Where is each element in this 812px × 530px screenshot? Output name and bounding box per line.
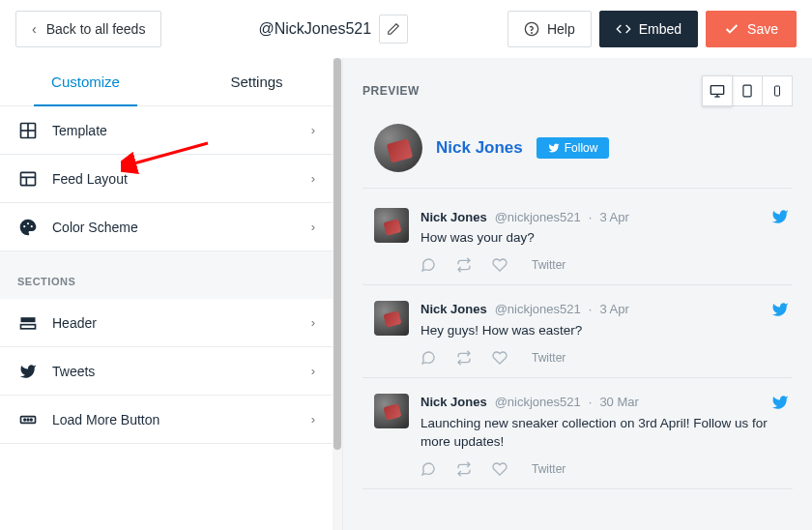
- tweet-author-handle[interactable]: @nickjones521: [495, 395, 581, 409]
- save-button[interactable]: Save: [706, 11, 797, 47]
- tweet-source[interactable]: Twitter: [532, 462, 566, 476]
- preview-label: PREVIEW: [362, 84, 420, 98]
- retweet-icon[interactable]: [455, 350, 473, 366]
- mobile-icon: [771, 84, 783, 98]
- twitter-bird-icon[interactable]: [771, 208, 789, 225]
- tweet-head: Nick Jones @nickjones521 · 30 Mar: [420, 394, 789, 411]
- svg-rect-11: [21, 317, 36, 322]
- menu-tweets-label: Tweets: [52, 364, 95, 379]
- reply-icon[interactable]: [420, 257, 436, 273]
- menu-template-label: Template: [52, 123, 107, 138]
- tab-settings[interactable]: Settings: [171, 58, 342, 105]
- tweet-text: Hey guys! How was easter?: [420, 322, 789, 340]
- menu-header[interactable]: Header ›: [0, 299, 342, 347]
- tweet-actions: Twitter: [420, 350, 789, 366]
- chevron-right-icon: ›: [311, 171, 315, 186]
- reply-icon[interactable]: [420, 350, 436, 366]
- help-icon: [524, 21, 539, 37]
- tweet-actions: Twitter: [420, 461, 789, 477]
- twitter-bird-icon[interactable]: [771, 301, 789, 318]
- help-button[interactable]: Help: [508, 11, 592, 47]
- tweet-author-handle[interactable]: @nickjones521: [495, 302, 581, 316]
- tweet-date: 30 Mar: [599, 395, 638, 409]
- svg-point-8: [23, 225, 25, 227]
- embed-button[interactable]: Embed: [599, 11, 698, 47]
- profile-avatar: [374, 124, 422, 172]
- tweet-author-name[interactable]: Nick Jones: [420, 302, 487, 316]
- menu-tweets[interactable]: Tweets ›: [0, 347, 342, 396]
- tweet-body: Nick Jones @nickjones521 · 3 Apr How was…: [420, 208, 789, 273]
- menu-color-scheme[interactable]: Color Scheme ›: [0, 203, 342, 251]
- device-tablet-button[interactable]: [732, 75, 763, 106]
- tweet-author-handle[interactable]: @nickjones521: [495, 210, 581, 224]
- reply-icon[interactable]: [420, 461, 436, 477]
- back-label: Back to all feeds: [46, 21, 146, 37]
- follow-label: Follow: [565, 141, 598, 155]
- embed-label: Embed: [639, 21, 682, 37]
- separator-dot: ·: [589, 210, 593, 224]
- top-bar: ‹ Back to all feeds @NickJones521 Help E…: [0, 0, 812, 58]
- like-icon[interactable]: [492, 350, 508, 366]
- save-label: Save: [747, 21, 778, 37]
- svg-point-10: [31, 225, 33, 227]
- feed-profile-header: Nick Jones Follow: [362, 124, 793, 189]
- template-icon: [17, 120, 39, 141]
- check-icon: [724, 21, 740, 37]
- pencil-icon: [387, 22, 400, 36]
- like-icon[interactable]: [492, 461, 508, 477]
- twitter-icon: [17, 361, 39, 382]
- svg-point-1: [532, 33, 533, 34]
- menu-color-scheme-label: Color Scheme: [52, 220, 138, 235]
- like-icon[interactable]: [492, 257, 508, 273]
- panel-tabs: Customize Settings: [0, 58, 342, 106]
- tweet-item: Nick Jones @nickjones521 · 30 Mar Launch…: [362, 378, 793, 489]
- device-mobile-button[interactable]: [762, 75, 793, 106]
- device-desktop-button[interactable]: [702, 75, 733, 106]
- tweet-date: 3 Apr: [599, 210, 628, 224]
- chevron-right-icon: ›: [311, 364, 315, 378]
- follow-button[interactable]: Follow: [536, 137, 610, 159]
- scrollbar-track[interactable]: [333, 58, 342, 530]
- tweets-list: Nick Jones @nickjones521 · 3 Apr How was…: [362, 192, 793, 489]
- chevron-right-icon: ›: [311, 220, 315, 234]
- tweet-date: 3 Apr: [599, 302, 628, 316]
- help-label: Help: [547, 21, 575, 37]
- svg-point-9: [27, 222, 29, 224]
- tab-customize[interactable]: Customize: [0, 58, 171, 105]
- tweet-source[interactable]: Twitter: [532, 351, 566, 365]
- tweet-head: Nick Jones @nickjones521 · 3 Apr: [420, 208, 789, 225]
- svg-rect-20: [743, 85, 751, 97]
- chevron-left-icon: ‹: [32, 21, 37, 37]
- left-panel: Customize Settings Template › Feed Layou…: [0, 58, 343, 530]
- profile-name[interactable]: Nick Jones: [436, 138, 523, 158]
- tweet-author-name[interactable]: Nick Jones: [420, 395, 487, 409]
- code-icon: [616, 21, 631, 37]
- menu-feed-layout[interactable]: Feed Layout ›: [0, 155, 342, 203]
- menu-load-more[interactable]: Load More Button ›: [0, 396, 342, 444]
- palette-icon: [17, 217, 39, 238]
- scrollbar-thumb[interactable]: [334, 58, 341, 450]
- tweet-item: Nick Jones @nickjones521 · 3 Apr Hey guy…: [362, 285, 793, 378]
- tweet-author-name[interactable]: Nick Jones: [420, 210, 487, 224]
- main-content: Customize Settings Template › Feed Layou…: [0, 58, 812, 530]
- menu-template[interactable]: Template ›: [0, 106, 342, 155]
- tweet-avatar: [374, 208, 409, 243]
- retweet-icon[interactable]: [455, 257, 473, 273]
- tweet-actions: Twitter: [420, 257, 789, 273]
- svg-rect-22: [775, 86, 780, 96]
- tweet-item: Nick Jones @nickjones521 · 3 Apr How was…: [362, 192, 793, 285]
- load-more-icon: [17, 409, 39, 430]
- top-actions: Help Embed Save: [508, 11, 797, 47]
- feed-title: @NickJones521: [258, 20, 371, 38]
- retweet-icon[interactable]: [455, 461, 473, 477]
- svg-rect-5: [21, 172, 36, 185]
- edit-title-button[interactable]: [379, 15, 408, 44]
- chevron-right-icon: ›: [311, 123, 315, 137]
- back-button[interactable]: ‹ Back to all feeds: [15, 11, 161, 47]
- svg-rect-12: [21, 324, 36, 328]
- right-panel: PREVIEW Nick Jones Follow: [343, 58, 812, 530]
- twitter-bird-icon[interactable]: [771, 394, 789, 411]
- tweet-text: Launching new sneaker collection on 3rd …: [420, 415, 789, 452]
- tweet-source[interactable]: Twitter: [532, 258, 566, 272]
- twitter-bird-icon: [548, 142, 560, 154]
